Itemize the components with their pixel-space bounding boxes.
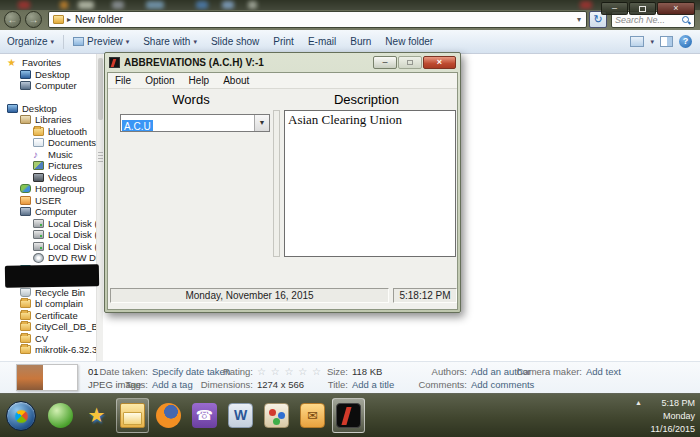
sidebar-item-documents[interactable]: Documents [0, 137, 96, 149]
sidebar-item-bluetooth[interactable]: bluetooth [0, 126, 96, 138]
toolbar-label: Organize [7, 36, 48, 47]
photo-app-icon: ★ [84, 403, 109, 428]
toolbar-new-folder[interactable]: New folder [378, 33, 440, 50]
camera-maker-value[interactable]: Add text [586, 366, 621, 377]
toolbar-organize[interactable]: Organize ▾ [0, 33, 61, 50]
explorer-titlebar: – × ← → ▸ New folder ▾ ↻ Search Ne... [0, 0, 700, 30]
sidebar-item-pictures[interactable]: Pictures [0, 160, 96, 172]
sidebar-item-recycle-bin[interactable]: Recycle Bin [0, 287, 96, 299]
menu-help[interactable]: Help [182, 74, 217, 87]
firefox-icon [156, 403, 181, 428]
dialog-close-button[interactable]: × [423, 56, 456, 69]
dialog-maximize-button[interactable] [398, 56, 422, 69]
details-labels: Date taken: Tags: [96, 365, 148, 391]
sidebar-item-libraries[interactable]: Libraries [0, 114, 96, 126]
forward-button[interactable]: → [25, 11, 42, 28]
taskbar-item-paint[interactable] [260, 398, 293, 433]
app-icon [109, 57, 120, 68]
combobox-dropdown-button[interactable]: ▼ [254, 115, 269, 131]
sidebar-item-user[interactable]: USER [0, 195, 96, 207]
help-icon[interactable]: ? [679, 35, 692, 48]
dialog-minimize-button[interactable]: – [373, 56, 397, 69]
sidebar-item-label: DVD RW Drive (F:) [48, 252, 96, 263]
chevron-down-icon[interactable]: ▾ [650, 38, 654, 46]
tags-value[interactable]: Add a tag [152, 379, 193, 390]
sidebar-item-disk-e[interactable]: Local Disk (E:) [0, 241, 96, 253]
toolbar-email[interactable]: E-mail [301, 33, 343, 50]
sidebar-item-label: mikrotik-6.32.3 [35, 344, 96, 355]
comments-value[interactable]: Add comments [471, 379, 534, 390]
sidebar-item-computer[interactable]: Computer [0, 206, 96, 218]
sidebar-item-computer-fav[interactable]: Computer [0, 80, 96, 92]
comments-label: Comments: [418, 378, 467, 391]
toolbar-preview[interactable]: Preview ▾ [66, 33, 136, 50]
minimize-button[interactable]: – [601, 2, 628, 15]
breadcrumb[interactable]: New folder [75, 14, 123, 25]
system-tray-clock[interactable]: 5:18 PM Monday 11/16/2015 [651, 397, 695, 436]
command-toolbar: Organize ▾ Preview ▾ Share with ▾ Slide … [0, 30, 700, 54]
breadcrumb-arrow-icon: ▸ [67, 15, 71, 24]
sidebar-item-label: Homegroup [35, 183, 85, 194]
description-header: Description [280, 92, 453, 107]
taskbar-item-outlook[interactable]: ✉ [296, 398, 329, 433]
dialog-titlebar[interactable]: ABBREVIATIONS (A.C.H) V:-1 – × [107, 55, 458, 72]
camera-maker-label: Camera maker: [517, 365, 582, 378]
recycle-bin-icon [20, 288, 31, 297]
sidebar-item-label: bl complain [35, 298, 83, 309]
sidebar-item-disk-c[interactable]: Local Disk (C:) [0, 218, 96, 230]
menu-about[interactable]: About [216, 74, 256, 87]
maximize-button[interactable] [629, 2, 656, 15]
sidebar-item-favorites[interactable]: ★Favorites [0, 57, 96, 69]
address-dropdown-icon[interactable]: ▾ [574, 15, 584, 24]
sidebar-item-label: Documents [48, 137, 96, 148]
address-bar[interactable]: ▸ New folder ▾ [48, 11, 587, 28]
change-view-icon[interactable] [630, 36, 644, 47]
sidebar-item-label: Libraries [35, 114, 71, 125]
close-button[interactable]: × [657, 2, 695, 15]
sidebar-item-label: Recycle Bin [35, 287, 85, 298]
combobox-text[interactable]: A.C.U [121, 115, 254, 131]
taskbar-item-viber[interactable]: ☎ [188, 398, 221, 433]
taskbar-item-abbreviations-app[interactable] [332, 398, 365, 433]
toolbar-print[interactable]: Print [266, 33, 301, 50]
toolbar-share-with[interactable]: Share with ▾ [136, 33, 204, 50]
toolbar-slide-show[interactable]: Slide show [204, 33, 266, 50]
preview-pane-icon[interactable] [660, 36, 673, 47]
words-combobox[interactable]: A.C.U ▼ [120, 114, 270, 132]
tray-day: Monday [651, 410, 695, 423]
sidebar-item-disk-d[interactable]: Local Disk (D:) [0, 229, 96, 241]
screen: – × ← → ▸ New folder ▾ ↻ Search Ne... Or… [0, 0, 700, 437]
description-textbox[interactable]: Asian Clearing Union [284, 110, 456, 257]
sidebar-item-desktop-fav[interactable]: Desktop [0, 69, 96, 81]
show-hidden-icons[interactable]: ▲ [635, 399, 642, 406]
sidebar-item-cv[interactable]: CV [0, 333, 96, 345]
sidebar-item-music[interactable]: ♪Music [0, 149, 96, 161]
sidebar-item-certificate[interactable]: Certificate [0, 310, 96, 322]
title-value[interactable]: Add a title [352, 379, 394, 390]
sidebar-item-homegroup[interactable]: Homegroup [0, 183, 96, 195]
taskbar-item-explorer[interactable] [116, 398, 149, 433]
toolbar-burn[interactable]: Burn [343, 33, 378, 50]
sidebar-item-videos[interactable]: Videos [0, 172, 96, 184]
sidebar-item-label: Local Disk (E:) [48, 241, 96, 252]
videos-icon [33, 173, 44, 182]
scrollbar-thumb[interactable] [98, 58, 103, 120]
pictures-icon [33, 161, 44, 170]
menu-file[interactable]: File [108, 74, 138, 87]
taskbar-item-word[interactable]: W [224, 398, 257, 433]
sidebar-item-mikrotik[interactable]: mikrotik-6.32.3 [0, 344, 96, 356]
start-button[interactable] [6, 401, 36, 431]
details-labels: Size: Title: [310, 365, 348, 391]
sidebar-item-desktop-root[interactable]: Desktop [0, 103, 96, 115]
authors-label: Authors: [432, 365, 467, 378]
taskbar-item-photo-app[interactable]: ★ [80, 398, 113, 433]
menu-option[interactable]: Option [138, 74, 181, 87]
size-label: Size: [327, 365, 348, 378]
taskbar-item-firefox[interactable] [152, 398, 185, 433]
back-button[interactable]: ← [4, 11, 21, 28]
sidebar-item-bl-complain[interactable]: bl complain [0, 298, 96, 310]
sidebar-item-dvd-f[interactable]: DVD RW Drive (F:) [0, 252, 96, 264]
sidebar-item-citycell-db[interactable]: CityCell_DB_BAK_14May [0, 321, 96, 333]
taskbar-item-media-player[interactable] [44, 398, 77, 433]
sidebar-scrollbar[interactable] [96, 54, 103, 361]
